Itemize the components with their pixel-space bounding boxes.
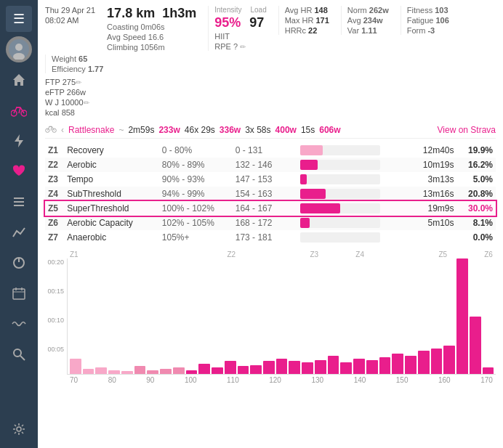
zone-bar bbox=[297, 187, 401, 201]
x-axis-label: 90 bbox=[146, 376, 154, 384]
zone-bar bbox=[297, 143, 401, 158]
climbing-value: 1056m bbox=[140, 43, 165, 52]
avg-hr-value: 148 bbox=[314, 6, 327, 15]
chart-bar bbox=[379, 357, 391, 374]
view-strava-link[interactable]: View on Strava bbox=[438, 125, 496, 135]
zone-bar bbox=[297, 230, 401, 245]
y-axis-label: 00:20 bbox=[47, 258, 64, 266]
chart-bar bbox=[238, 366, 249, 374]
rpe-value: ? bbox=[233, 42, 238, 51]
chart-bars-container bbox=[67, 258, 496, 375]
zone-perc: 19.9% bbox=[457, 143, 496, 158]
calendar-icon[interactable] bbox=[6, 280, 32, 306]
segment1-power: 233w bbox=[158, 125, 180, 135]
x-axis-label: 100 bbox=[185, 376, 197, 384]
x-labels: 708090100110120130140150160170 bbox=[67, 375, 496, 384]
fitness-col: Fitness 103 Fatigue 106 Form -3 bbox=[401, 6, 449, 35]
zone-time: 12m40s bbox=[401, 143, 456, 158]
zone-id: Z5 bbox=[45, 201, 64, 216]
wj-edit-icon[interactable]: ✏ bbox=[84, 99, 89, 107]
x-axis-label: 170 bbox=[480, 376, 493, 384]
power-icon[interactable] bbox=[6, 250, 32, 276]
zone-perc: 8.1% bbox=[457, 216, 496, 230]
chart-zone-label: Z4 bbox=[355, 251, 364, 258]
search-icon[interactable] bbox=[6, 341, 32, 367]
chart-bar bbox=[263, 361, 275, 374]
svg-point-19 bbox=[17, 427, 21, 431]
zone-hr: 164 - 167 bbox=[233, 201, 297, 216]
zone-row: Z3 Tempo 90% - 93% 147 - 153 3m13s 5.0% bbox=[45, 172, 496, 187]
chart-zone-label: Z5 bbox=[438, 251, 447, 258]
wave-icon[interactable] bbox=[6, 311, 32, 337]
zone-hr: 173 - 181 bbox=[233, 230, 297, 245]
zone-perc: 20.8% bbox=[457, 187, 496, 201]
zone-perc: 0.0% bbox=[457, 230, 496, 245]
y-axis-label: 00:15 bbox=[47, 288, 64, 295]
chart-bar bbox=[160, 369, 172, 374]
chart-bar bbox=[366, 360, 378, 374]
chart-bar bbox=[328, 356, 339, 374]
segment3-info: 3x 58s bbox=[245, 125, 270, 135]
chart-area: Z1Z2Z3Z4Z5Z6 00:2000:1500:1000:05 708090… bbox=[45, 251, 496, 396]
intensity-col: Intensity Load 95% 97 HIIT RPE ? ✏ bbox=[208, 6, 267, 51]
avatar[interactable] bbox=[6, 36, 32, 62]
trend-icon[interactable] bbox=[6, 219, 32, 245]
date-label: Thu 29 Apr 21 bbox=[45, 6, 95, 15]
svg-rect-13 bbox=[13, 289, 25, 299]
chart-bar bbox=[186, 370, 198, 374]
zone-pct: 0 - 80% bbox=[159, 143, 233, 158]
kcal-row: kcal 858 bbox=[45, 108, 496, 117]
zone-row: Z7 Anaerobic 105%+ 173 - 181 0.0% bbox=[45, 230, 496, 245]
heart-icon[interactable] bbox=[6, 158, 32, 184]
zone-pct: 80% - 89% bbox=[159, 158, 233, 172]
x-axis-label: 80 bbox=[108, 376, 116, 384]
bike-icon[interactable] bbox=[6, 97, 32, 123]
chart-bar bbox=[289, 361, 300, 374]
breadcrumb-tilde: ~ bbox=[118, 125, 124, 135]
zone-name: SubThreshold bbox=[64, 187, 159, 201]
weight-col: Weight 65 Efficiency 1.77 bbox=[45, 54, 103, 73]
zone-name: Aerobic bbox=[64, 158, 159, 172]
rpe-edit-icon[interactable]: ✏ bbox=[240, 43, 246, 51]
zone-time: 13m16s bbox=[401, 187, 456, 201]
x-axis-label: 150 bbox=[396, 376, 409, 384]
zone-perc: 5.0% bbox=[457, 172, 496, 187]
zone-hr: 168 - 172 bbox=[233, 216, 297, 230]
ftp-edit-icon[interactable]: ✏ bbox=[76, 78, 81, 86]
kcal-value: 858 bbox=[62, 108, 75, 117]
segment4-info: 15s bbox=[301, 125, 315, 135]
avg-speed-value: 16.6 bbox=[148, 33, 164, 41]
chart-bar bbox=[250, 365, 262, 374]
chart-bar bbox=[70, 359, 81, 374]
zone-time bbox=[401, 230, 456, 245]
zone-row: Z1 Recovery 0 - 80% 0 - 131 12m40s 19.9% bbox=[45, 143, 496, 158]
zone-row: Z5 SuperThreshold 100% - 102% 164 - 167 … bbox=[45, 201, 496, 216]
workout-type: HIIT bbox=[214, 32, 267, 41]
efficiency-value: 1.77 bbox=[88, 65, 103, 73]
zone-bar bbox=[297, 201, 401, 216]
menu-icon[interactable]: ☰ bbox=[6, 6, 32, 32]
x-axis-label: 130 bbox=[311, 376, 323, 384]
home-icon[interactable] bbox=[6, 67, 32, 93]
chart-bar bbox=[405, 356, 417, 374]
zone-id: Z3 bbox=[45, 172, 64, 187]
zone-perc: 30.0% bbox=[457, 201, 496, 216]
activity-link[interactable]: Rattlesnake bbox=[68, 125, 114, 135]
zone-row: Z4 SubThreshold 94% - 99% 154 - 163 13m1… bbox=[45, 187, 496, 201]
list-icon[interactable] bbox=[6, 189, 32, 215]
avg-power: 234w bbox=[363, 16, 383, 25]
hrrc-value: 22 bbox=[308, 26, 317, 35]
chart-bar bbox=[340, 362, 352, 374]
eftp-value: 266w bbox=[67, 88, 86, 97]
wj-row: W J 10000✏ bbox=[45, 98, 496, 107]
chart-bar bbox=[431, 349, 443, 374]
lightning-icon[interactable] bbox=[6, 128, 32, 154]
breadcrumb-back[interactable]: ‹ bbox=[61, 125, 64, 135]
form-value: -3 bbox=[427, 26, 435, 35]
header-stats: Thu 29 Apr 21 08:02 AM 17.8 km 1h3m Coas… bbox=[45, 6, 496, 73]
settings-icon[interactable] bbox=[6, 416, 32, 442]
chart-bar bbox=[392, 354, 403, 374]
intensity-label: Intensity bbox=[214, 6, 241, 14]
bike-icon-small bbox=[45, 124, 57, 135]
chart-bar bbox=[470, 317, 481, 375]
